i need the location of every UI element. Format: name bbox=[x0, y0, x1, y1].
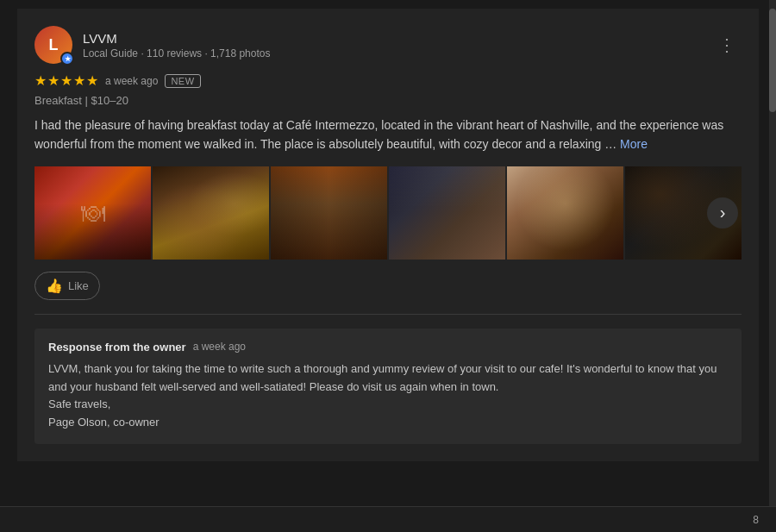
side-left-panel bbox=[0, 0, 17, 532]
star-5: ★ bbox=[86, 72, 98, 89]
star-2: ★ bbox=[47, 72, 59, 89]
photos-strip: › bbox=[34, 166, 742, 260]
reviewer-name[interactable]: LVVM bbox=[83, 31, 714, 46]
bottom-bar: 8 bbox=[0, 506, 776, 532]
reviewer-meta: Local Guide · 110 reviews · 1,718 photos bbox=[83, 47, 714, 59]
page-number: 8 bbox=[753, 514, 759, 526]
like-row: 👍 Like bbox=[34, 272, 742, 315]
reviewer-header: L ★ LVVM Local Guide · 110 reviews · 1,7… bbox=[34, 26, 742, 64]
scrollbar-thumb[interactable] bbox=[769, 9, 776, 112]
avatar[interactable]: L ★ bbox=[34, 26, 72, 64]
avatar-letter: L bbox=[49, 36, 59, 54]
star-1: ★ bbox=[34, 72, 47, 89]
star-rating: ★ ★ ★ ★ ★ bbox=[34, 72, 98, 89]
photo-4[interactable] bbox=[389, 166, 505, 260]
photo-2[interactable] bbox=[153, 166, 269, 260]
reviewer-info: LVVM Local Guide · 110 reviews · 1,718 p… bbox=[83, 31, 714, 59]
review-card: L ★ LVVM Local Guide · 110 reviews · 1,7… bbox=[17, 9, 759, 461]
like-button[interactable]: 👍 Like bbox=[34, 272, 100, 300]
category-row: Breakfast | $10–20 bbox=[34, 94, 742, 107]
owner-response-time: a week ago bbox=[193, 341, 246, 353]
new-badge: NEW bbox=[165, 74, 200, 88]
more-link[interactable]: More bbox=[620, 137, 648, 151]
star-4: ★ bbox=[73, 72, 85, 89]
owner-response-text: LVVM, thank you for taking the time to w… bbox=[48, 360, 728, 432]
photos-next-button[interactable]: › bbox=[707, 197, 738, 228]
owner-response: Response from the owner a week ago LVVM,… bbox=[34, 329, 742, 444]
owner-response-header: Response from the owner a week ago bbox=[48, 341, 728, 354]
scrollbar[interactable] bbox=[769, 0, 776, 532]
thumbs-up-icon: 👍 bbox=[46, 278, 63, 294]
more-options-button[interactable]: ⋮ bbox=[714, 31, 742, 59]
local-guide-badge: ★ bbox=[60, 52, 74, 66]
like-label: Like bbox=[68, 279, 89, 292]
owner-response-title: Response from the owner bbox=[48, 341, 186, 354]
review-text: I had the pleasure of having breakfast t… bbox=[34, 116, 742, 154]
star-3: ★ bbox=[60, 72, 72, 89]
photo-5[interactable] bbox=[507, 166, 623, 260]
photo-3[interactable] bbox=[271, 166, 387, 260]
photo-1[interactable] bbox=[34, 166, 151, 260]
review-time: a week ago bbox=[105, 75, 158, 87]
rating-row: ★ ★ ★ ★ ★ a week ago NEW bbox=[34, 72, 742, 89]
